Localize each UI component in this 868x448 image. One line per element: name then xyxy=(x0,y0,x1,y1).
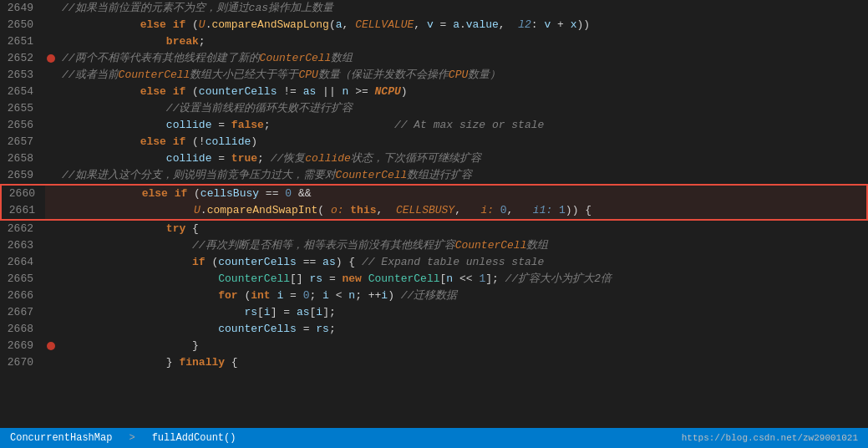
line-gutter xyxy=(43,50,58,67)
breadcrumb-separator: > xyxy=(129,432,135,444)
status-left: ConcurrentHashMap > fullAddCount() xyxy=(10,432,236,444)
line-gutter xyxy=(43,221,58,237)
line-content: //两个不相等代表有其他线程创建了新的CounterCell数组 xyxy=(58,50,868,67)
line-content: //设置当前线程的循环失败不进行扩容 xyxy=(58,100,868,117)
line-number: 2661 xyxy=(2,202,45,219)
code-line: 2665 CounterCell[] rs = new CounterCell[… xyxy=(0,271,868,288)
line-number: 2664 xyxy=(0,254,43,271)
line-number: 2655 xyxy=(0,100,43,117)
editor-container: 2649//如果当前位置的元素不为空，则通过cas操作加上数量2650 else… xyxy=(0,0,868,448)
line-content: else if (!collide) xyxy=(58,134,868,150)
code-lines: 2649//如果当前位置的元素不为空，则通过cas操作加上数量2650 else… xyxy=(0,0,868,428)
line-gutter xyxy=(43,117,58,134)
code-line: 2657 else if (!collide) xyxy=(0,134,868,150)
code-line: 2658 collide = true; //恢复collide状态，下次循环可… xyxy=(0,150,868,167)
line-number: 2662 xyxy=(0,221,43,237)
line-content: break; xyxy=(58,33,868,50)
line-gutter xyxy=(43,288,58,304)
code-line: 2655 //设置当前线程的循环失败不进行扩容 xyxy=(0,100,868,117)
line-number: 2656 xyxy=(0,117,43,134)
line-number: 2650 xyxy=(0,17,43,33)
status-bar: ConcurrentHashMap > fullAddCount() https… xyxy=(0,428,868,448)
line-content: for (int i = 0; i < n; ++i) //迁移数据 xyxy=(58,288,868,304)
line-number: 2670 xyxy=(0,354,43,371)
line-number: 2658 xyxy=(0,150,43,167)
code-line: 2661 U.compareAndSwapInt( o: this, CELLS… xyxy=(0,202,868,221)
code-line: 2659//如果进入这个分支，则说明当前竞争压力过大，需要对CounterCel… xyxy=(0,167,868,184)
line-number: 2663 xyxy=(0,237,43,254)
line-gutter xyxy=(43,167,58,184)
line-content: //如果进入这个分支，则说明当前竞争压力过大，需要对CounterCell数组进… xyxy=(58,167,868,184)
code-line: 2668 counterCells = rs; xyxy=(0,321,868,338)
line-number: 2649 xyxy=(0,0,43,17)
line-content: try { xyxy=(58,221,868,237)
code-line: 2652//两个不相等代表有其他线程创建了新的CounterCell数组 xyxy=(0,50,868,67)
code-line: 2667 rs[i] = as[i]; xyxy=(0,304,868,321)
code-line: 2654 else if (counterCells != as || n >=… xyxy=(0,84,868,100)
line-content: //或者当前CounterCell数组大小已经大于等于CPU数量（保证并发数不会… xyxy=(58,67,868,84)
line-gutter xyxy=(43,33,58,50)
line-content: else if (counterCells != as || n >= NCPU… xyxy=(58,84,868,100)
line-gutter xyxy=(43,237,58,254)
line-content: //再次判断是否相等，相等表示当前没有其他线程扩容CounterCell数组 xyxy=(58,237,868,254)
code-line: 2669 } xyxy=(0,338,868,354)
line-gutter xyxy=(43,100,58,117)
line-content: } xyxy=(58,338,868,354)
line-gutter xyxy=(43,321,58,338)
code-line: 2670 } finally { xyxy=(0,354,868,371)
code-line: 2664 if (counterCells == as) { // Expand… xyxy=(0,254,868,271)
line-number: 2667 xyxy=(0,304,43,321)
code-line: 2663 //再次判断是否相等，相等表示当前没有其他线程扩容CounterCel… xyxy=(0,237,868,254)
breakpoint-indicator xyxy=(47,342,55,350)
line-number: 2657 xyxy=(0,134,43,150)
line-number: 2669 xyxy=(0,338,43,354)
line-number: 2654 xyxy=(0,84,43,100)
code-line: 2653//或者当前CounterCell数组大小已经大于等于CPU数量（保证并… xyxy=(0,67,868,84)
line-gutter xyxy=(43,354,58,371)
line-content: collide = true; //恢复collide状态，下次循环可继续扩容 xyxy=(58,150,868,167)
code-line: 2656 collide = false; // At max size or … xyxy=(0,117,868,134)
line-number: 2660 xyxy=(2,186,45,202)
line-number: 2659 xyxy=(0,167,43,184)
breadcrumb-class: ConcurrentHashMap xyxy=(10,432,112,444)
line-content: U.compareAndSwapInt( o: this, CELLSBUSY,… xyxy=(60,202,866,219)
line-content: counterCells = rs; xyxy=(58,321,868,338)
line-gutter xyxy=(43,304,58,321)
status-right: https://blog.csdn.net/zw29001021 xyxy=(682,433,858,443)
line-number: 2668 xyxy=(0,321,43,338)
line-gutter xyxy=(43,271,58,288)
line-content: else if (cellsBusy == 0 && xyxy=(60,186,866,202)
code-line: 2662 try { xyxy=(0,221,868,237)
code-line: 2649//如果当前位置的元素不为空，则通过cas操作加上数量 xyxy=(0,0,868,17)
line-content: } finally { xyxy=(58,354,868,371)
breakpoint-indicator xyxy=(47,54,55,63)
code-line: 2651 break; xyxy=(0,33,868,50)
line-gutter xyxy=(43,150,58,167)
line-number: 2666 xyxy=(0,288,43,304)
code-line: 2660 else if (cellsBusy == 0 && xyxy=(0,184,868,202)
line-gutter xyxy=(43,338,58,354)
line-gutter xyxy=(43,67,58,84)
line-gutter xyxy=(43,254,58,271)
line-number: 2651 xyxy=(0,33,43,50)
line-number: 2665 xyxy=(0,271,43,288)
code-line: 2650 else if (U.compareAndSwapLong(a, CE… xyxy=(0,17,868,33)
line-content: if (counterCells == as) { // Expand tabl… xyxy=(58,254,868,271)
line-gutter xyxy=(45,202,60,219)
line-gutter xyxy=(43,17,58,33)
line-number: 2653 xyxy=(0,67,43,84)
line-content: collide = false; // At max size or stale xyxy=(58,117,868,134)
code-area: 2649//如果当前位置的元素不为空，则通过cas操作加上数量2650 else… xyxy=(0,0,868,428)
breadcrumb-method: fullAddCount() xyxy=(152,432,236,444)
line-gutter xyxy=(45,186,60,202)
line-gutter xyxy=(43,0,58,17)
line-content: rs[i] = as[i]; xyxy=(58,304,868,321)
line-content: CounterCell[] rs = new CounterCell[n << … xyxy=(58,271,868,288)
line-gutter xyxy=(43,134,58,150)
line-content: //如果当前位置的元素不为空，则通过cas操作加上数量 xyxy=(58,0,868,17)
line-gutter xyxy=(43,84,58,100)
line-content: else if (U.compareAndSwapLong(a, CELLVAL… xyxy=(58,17,868,33)
line-number: 2652 xyxy=(0,50,43,67)
code-line: 2666 for (int i = 0; i < n; ++i) //迁移数据 xyxy=(0,288,868,304)
